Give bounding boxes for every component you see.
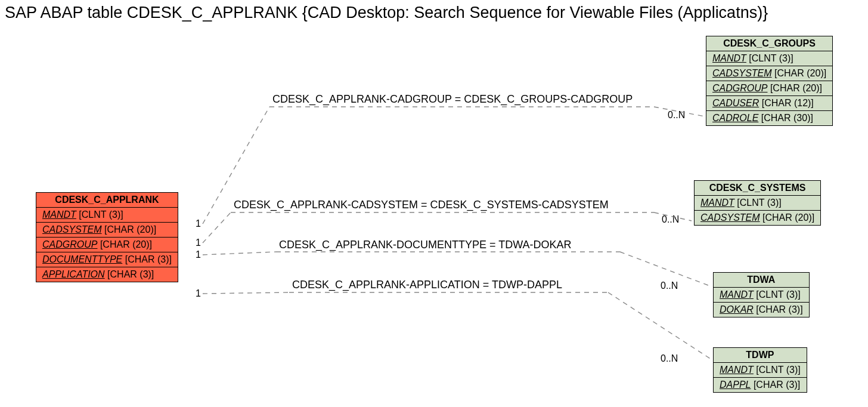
cardinality-left-2: 1: [196, 238, 201, 248]
table-header: TDWA: [714, 273, 810, 288]
cardinality-left-1: 1: [196, 218, 201, 229]
cardinality-left-4: 1: [196, 288, 201, 299]
field-row: MANDT [CLNT (3)]: [714, 288, 810, 303]
cardinality-right-1: 0..N: [668, 110, 685, 121]
svg-line-3: [203, 212, 231, 243]
field-row: DOKAR [CHAR (3)]: [714, 303, 810, 317]
field-row: CADSYSTEM [CHAR (20)]: [695, 211, 821, 226]
table-tdwp: TDWP MANDT [CLNT (3)] DAPPL [CHAR (3)]: [713, 347, 807, 393]
field-row: DAPPL [CHAR (3)]: [714, 378, 807, 393]
table-header: CDESK_C_SYSTEMS: [695, 181, 821, 196]
table-cdesk-c-groups: CDESK_C_GROUPS MANDT [CLNT (3)] CADSYSTE…: [706, 36, 833, 126]
relation-label-cadgroup: CDESK_C_APPLRANK-CADGROUP = CDESK_C_GROU…: [272, 93, 633, 106]
cardinality-right-4: 0..N: [661, 353, 678, 364]
table-header: CDESK_C_GROUPS: [706, 36, 833, 51]
cardinality-left-3: 1: [196, 249, 201, 260]
table-header: CDESK_C_APPLRANK: [36, 193, 178, 208]
field-row: CADSYSTEM [CHAR (20)]: [706, 66, 833, 81]
field-row: CADROLE [CHAR (30)]: [706, 111, 833, 126]
field-row: MANDT [CLNT (3)]: [695, 196, 821, 211]
svg-line-11: [608, 292, 711, 359]
field-row: MANDT [CLNT (3)]: [714, 363, 807, 378]
field-row: MANDT [CLNT (3)]: [36, 208, 178, 223]
field-row: CADGROUP [CHAR (20)]: [36, 238, 178, 252]
svg-line-6: [203, 252, 276, 255]
svg-line-9: [203, 292, 289, 294]
field-row: CADSYSTEM [CHAR (20)]: [36, 223, 178, 238]
relation-label-cadsystem: CDESK_C_APPLRANK-CADSYSTEM = CDESK_C_SYS…: [234, 199, 609, 211]
er-diagram: { "title": "SAP ABAP table CDESK_C_APPLR…: [0, 0, 868, 407]
field-row: CADUSER [CHAR (12)]: [706, 96, 833, 111]
field-row: APPLICATION [CHAR (3)]: [36, 267, 178, 282]
field-row: DOCUMENTTYPE [CHAR (3)]: [36, 252, 178, 267]
field-row: CADGROUP [CHAR (20)]: [706, 81, 833, 96]
table-cdesk-c-applrank: CDESK_C_APPLRANK MANDT [CLNT (3)] CADSYS…: [36, 192, 178, 282]
relation-label-application: CDESK_C_APPLRANK-APPLICATION = TDWP-DAPP…: [292, 279, 562, 291]
cardinality-right-2: 0..N: [662, 214, 679, 225]
field-row: MANDT [CLNT (3)]: [706, 51, 833, 66]
table-cdesk-c-systems: CDESK_C_SYSTEMS MANDT [CLNT (3)] CADSYST…: [694, 180, 821, 226]
cardinality-right-3: 0..N: [661, 280, 678, 291]
diagram-title: SAP ABAP table CDESK_C_APPLRANK {CAD Des…: [5, 4, 768, 22]
table-tdwa: TDWA MANDT [CLNT (3)] DOKAR [CHAR (3)]: [713, 272, 810, 317]
table-header: TDWP: [714, 348, 807, 363]
relation-label-documenttype: CDESK_C_APPLRANK-DOCUMENTTYPE = TDWA-DOK…: [279, 239, 572, 251]
